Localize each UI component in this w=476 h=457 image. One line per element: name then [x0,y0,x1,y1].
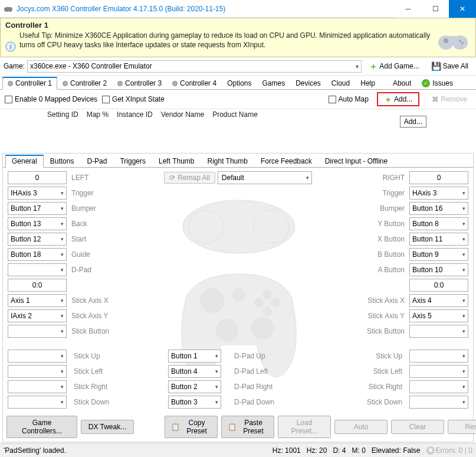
left-axis-x-select[interactable]: Axis 1 [8,294,67,307]
right-stick-left-select[interactable] [409,365,468,378]
copy-preset-button[interactable]: 📋Copy Preset [165,416,218,438]
left-stick-pos: 0:0 [8,279,67,292]
remove-button[interactable]: ✖Remove [428,93,471,106]
preset-select[interactable]: Default [218,171,312,184]
svg-point-9 [459,40,461,42]
paste-preset-button[interactable]: 📋Paste Preset [221,416,274,438]
x-icon: ✖ [432,94,439,104]
subtab-triggers[interactable]: Triggers [113,155,152,167]
right-stick-right-select[interactable] [409,380,468,393]
right-stick-btn-select[interactable] [409,325,468,338]
b-button-select[interactable]: Button 9 [409,248,468,261]
copy-icon: 📋 [171,423,180,431]
auto-button[interactable]: Auto [334,420,388,434]
enable-mapped-checkbox[interactable]: Enable 0 Mapped Devices [5,95,97,103]
tab-controller-4[interactable]: Controller 4 [167,77,222,89]
subtab-force-feedback[interactable]: Force Feedback [254,155,319,167]
dpad-left-select[interactable]: Button 4 [168,365,221,378]
dx-tweak-button[interactable]: DX Tweak... [81,420,134,434]
info-icon: i [5,41,16,52]
tab-cloud[interactable]: Cloud [326,77,355,89]
tab-about[interactable]: About [388,77,416,89]
tab-games[interactable]: Games [257,77,290,89]
window-minimize-button[interactable]: ─ [395,0,422,18]
guide-select[interactable]: Button 18 [8,248,67,261]
subtab-general[interactable]: General [5,155,44,168]
load-preset-button[interactable]: Load Preset... [278,416,331,438]
subtab-dpad[interactable]: D-Pad [80,155,113,167]
add-tooltip: Add... [400,116,426,128]
add-game-button[interactable]: ＋Add Game... [365,60,423,72]
plus-icon: ＋ [384,95,392,103]
status-led-icon [172,81,178,86]
status-message: 'PadSetting' loaded. [4,446,66,455]
label-x: X Button [339,235,409,243]
dpad-up-select[interactable]: Button 1 [168,350,221,363]
back-select[interactable]: Button 13 [8,217,67,230]
left-bumper-select[interactable]: Button 17 [8,202,67,215]
tab-controller-3[interactable]: Controller 3 [112,77,167,89]
right-bumper-select[interactable]: Button 16 [409,202,468,215]
right-axis-x-select[interactable]: Axis 4 [409,294,468,307]
start-select[interactable]: Button 12 [8,233,67,246]
right-stick-pos: 0:0 [409,279,468,292]
dpad-down-select[interactable]: Button 3 [168,396,221,409]
status-led-icon [117,81,123,86]
label-bumper-l: Bumper [67,204,137,213]
right-stick-down-select[interactable] [409,396,468,409]
get-xinput-checkbox[interactable]: Get XInput State [102,95,165,103]
dpad-select[interactable] [8,263,67,276]
left-stick-left-select[interactable] [8,365,67,378]
remap-all-button[interactable]: ⟳Remap All [164,172,215,184]
subtab-direct-input[interactable]: Direct Input - Offline [319,155,395,167]
status-led-icon [63,81,68,86]
y-button-select[interactable]: Button 8 [409,217,468,230]
label-dpad-up: D-Pad Up [229,352,277,360]
add-button[interactable]: ＋Add... [377,92,419,106]
controller-toolbar: Enable 0 Mapped Devices Get XInput State… [0,90,476,109]
label-dpad: D-Pad [67,266,137,274]
left-stick-right-select[interactable] [8,380,67,393]
tab-controller-2[interactable]: Controller 2 [57,77,112,89]
tab-issues[interactable]: ✓Issues [416,77,458,89]
svg-point-10 [461,42,464,44]
clear-button[interactable]: Clear [391,420,444,434]
left-axis-y-select[interactable]: IAxis 2 [8,309,67,322]
window-maximize-button[interactable]: ☐ [422,0,449,18]
label-dpad-left: D-Pad Left [229,367,277,376]
label-axis-y-l: Stick Axis Y [67,312,137,320]
tab-options[interactable]: Options [222,77,257,89]
window-title: Jocys.com X360 Controller Emulator 4.17.… [17,5,395,13]
svg-rect-2 [6,7,10,9]
right-axis-y-select[interactable]: Axis 5 [409,309,468,322]
subtab-right-thumb[interactable]: Right Thumb [201,155,254,167]
left-column-header: LEFT [67,174,137,182]
right-trigger-select[interactable]: HAxis 3 [409,187,468,200]
tab-devices[interactable]: Devices [290,77,326,89]
tab-controller-1[interactable]: Controller 1 [2,77,57,90]
app-icon [4,4,13,14]
game-controllers-button[interactable]: Game Controllers... [6,416,77,438]
dpad-right-select[interactable]: Button 2 [168,380,221,393]
save-all-button[interactable]: 💾Save All [427,60,472,73]
label-axis-y-r: Stick Axis Y [339,312,409,320]
right-stick-up-select[interactable] [409,350,468,363]
window-close-button[interactable]: ✕ [449,0,476,18]
label-axis-x-l: Stick Axis X [67,296,137,305]
subtab-left-thumb[interactable]: Left Thumb [152,155,201,167]
game-select[interactable]: x360ce.exe - X360 Controller Emulator [27,60,362,73]
reset-button[interactable]: Reset [448,420,476,434]
left-stick-up-select[interactable] [8,350,67,363]
label-b: B Button [339,250,409,259]
auto-map-checkbox[interactable]: Auto Map [329,95,369,103]
subtab-buttons[interactable]: Buttons [44,155,81,167]
a-button-select[interactable]: Button 10 [409,263,468,276]
left-trigger-select[interactable]: IHAxis 3 [8,187,67,200]
left-stick-down-select[interactable] [8,396,67,409]
label-axis-x-r: Stick Axis X [339,296,409,305]
label-stick-up-r: Stick Up [348,352,407,360]
tab-help[interactable]: Help [355,77,380,89]
x-button-select[interactable]: Button 11 [409,233,468,246]
left-stick-btn-select[interactable] [8,325,67,338]
status-errors: Errors: 0 | 0 [436,446,472,455]
